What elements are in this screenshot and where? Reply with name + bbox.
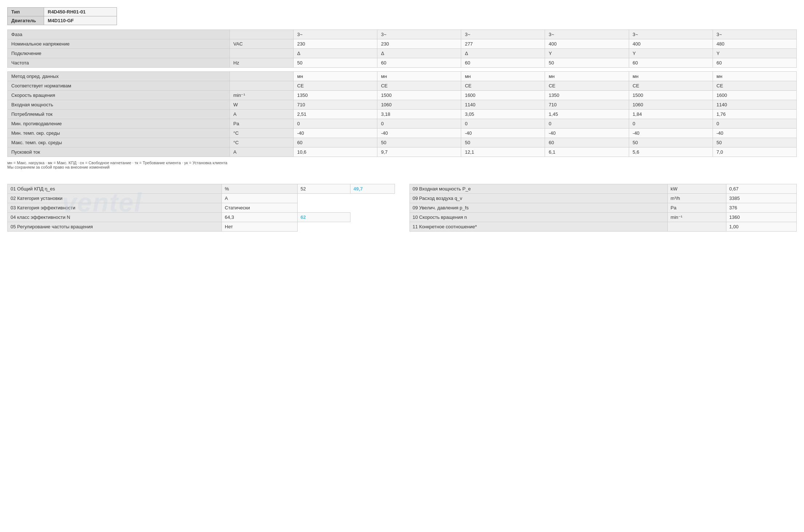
- data-cell: Δ: [293, 49, 377, 58]
- data-cell: 1500: [629, 91, 713, 100]
- data-cell: 0: [377, 119, 461, 129]
- data-cell: мн: [545, 72, 629, 81]
- bottom-right-row: 09 Увелич. давления p_fsPa376: [409, 203, 797, 213]
- bottom-left-row: 02 Категория установкиA: [8, 194, 395, 203]
- data-cell: Y: [713, 49, 796, 58]
- bottom-left-label: 02 Категория установки: [8, 194, 222, 203]
- data-cell: 0: [629, 119, 713, 129]
- data-cell: 60: [461, 58, 545, 68]
- data-cell: 1,76: [713, 110, 796, 119]
- type-value: R4D450-RH01-01: [44, 8, 117, 16]
- data-cell: 3~: [293, 30, 377, 39]
- data-cell: Y: [545, 49, 629, 58]
- bottom-right-val1: 0,67: [726, 184, 796, 194]
- data-cell: 9,7: [377, 147, 461, 157]
- row-unit: W: [230, 100, 293, 110]
- data-cell: мн: [629, 72, 713, 81]
- bottom-right-table: 09 Входная мощность P_ekW0,6709 Расход в…: [409, 184, 797, 232]
- data-cell: 0: [545, 119, 629, 129]
- footnotes: мн = Макс. нагрузка · мк = Макс. КПД · с…: [7, 161, 797, 169]
- data-cell: 1600: [713, 91, 796, 100]
- row-label: Скорость вращения: [8, 91, 230, 100]
- data-cell: CE: [629, 81, 713, 91]
- data-cell: 6,1: [545, 147, 629, 157]
- data-cell: 400: [629, 39, 713, 49]
- table-row: Мин. темп. окр. среды°C-40-40-40-40-40-4…: [8, 129, 797, 138]
- data-cell: Δ: [377, 49, 461, 58]
- data-cell: 3~: [377, 30, 461, 39]
- data-cell: 10,6: [293, 147, 377, 157]
- data-cell: 1350: [545, 91, 629, 100]
- row-unit: Hz: [230, 58, 293, 68]
- data-cell: 5,6: [629, 147, 713, 157]
- bottom-left-label: 04 класс эффективности N: [8, 213, 222, 222]
- bottom-right: 09 Входная мощность P_ekW0,6709 Расход в…: [409, 184, 797, 232]
- data-cell: 50: [293, 58, 377, 68]
- bottom-right-row: 09 Расход воздуха q_vm³/h3385: [409, 194, 797, 203]
- data-cell: 50: [377, 138, 461, 147]
- type-label: Тип: [8, 8, 44, 16]
- data-cell: 1060: [377, 100, 461, 110]
- bottom-right-unit: Pa: [667, 203, 726, 213]
- data-cell: 230: [293, 39, 377, 49]
- bottom-left-val1: A: [222, 194, 298, 203]
- data-cell: 3,18: [377, 110, 461, 119]
- data-cell: мн: [713, 72, 796, 81]
- bottom-right-unit: kW: [667, 184, 726, 194]
- data-cell: 710: [545, 100, 629, 110]
- table-row: Фаза3~3~3~3~3~3~: [8, 30, 797, 39]
- bottom-left-val1: Статически: [222, 203, 298, 213]
- data-cell: 1140: [461, 100, 545, 110]
- data-cell: 50: [461, 138, 545, 147]
- data-cell: 277: [461, 39, 545, 49]
- bottom-left-val1: 64,3: [222, 213, 298, 222]
- data-cell: -40: [377, 129, 461, 138]
- table-row: Входная мощностьW7101060114071010601140: [8, 100, 797, 110]
- data-cell: 1600: [461, 91, 545, 100]
- row-label: Метод опред. данных: [8, 72, 230, 81]
- data-cell: 1500: [377, 91, 461, 100]
- data-cell: 1140: [713, 100, 796, 110]
- row-unit: [230, 81, 293, 91]
- table-row: Макс. темп. окр. среды°C605050605050: [8, 138, 797, 147]
- row-label: Частота: [8, 58, 230, 68]
- row-unit: min⁻¹: [230, 91, 293, 100]
- data-cell: мн: [461, 72, 545, 81]
- data-cell: 1,45: [545, 110, 629, 119]
- table-row: Соответствует нормативамCECECECECECE: [8, 81, 797, 91]
- bottom-right-unit: [667, 222, 726, 232]
- data-cell: Y: [629, 49, 713, 58]
- data-cell: 3~: [461, 30, 545, 39]
- bottom-right-val1: 376: [726, 203, 796, 213]
- data-cell: 3~: [629, 30, 713, 39]
- bottom-left-label: 05 Регулирование частоты вращения: [8, 222, 222, 232]
- motor-label: Двигатель: [8, 16, 44, 25]
- bottom-right-label: 09 Входная мощность P_e: [409, 184, 667, 194]
- row-unit: °C: [230, 138, 293, 147]
- row-label: Соответствует нормативам: [8, 81, 230, 91]
- main-data-table: Фаза3~3~3~3~3~3~Номинальное напряжениеVA…: [7, 29, 797, 157]
- data-cell: 12,1: [461, 147, 545, 157]
- row-label: Номинальное напряжение: [8, 39, 230, 49]
- data-cell: CE: [545, 81, 629, 91]
- data-cell: 7,0: [713, 147, 796, 157]
- data-cell: 60: [293, 138, 377, 147]
- data-cell: 60: [377, 58, 461, 68]
- bottom-right-label: 09 Расход воздуха q_v: [409, 194, 667, 203]
- data-cell: 230: [377, 39, 461, 49]
- data-cell: 60: [713, 58, 796, 68]
- data-cell: -40: [629, 129, 713, 138]
- bottom-right-val1: 3385: [726, 194, 796, 203]
- bottom-left-unit: %: [222, 184, 298, 194]
- row-unit: A: [230, 110, 293, 119]
- data-cell: 0: [713, 119, 796, 129]
- data-cell: 50: [629, 138, 713, 147]
- bottom-section: ventel 01 Общий КПД η_es%5249,702 Катего…: [7, 184, 797, 232]
- row-unit: Pa: [230, 119, 293, 129]
- row-label: Фаза: [8, 30, 230, 39]
- table-row: Мин. противодавлениеPa000000: [8, 119, 797, 129]
- bottom-right-label: 11 Конкретное соотношение*: [409, 222, 667, 232]
- bottom-right-row: 10 Скорость вращения nmin⁻¹1360: [409, 213, 797, 222]
- bottom-right-row: 09 Входная мощность P_ekW0,67: [409, 184, 797, 194]
- table-row: Потребляемый токA2,513,183,051,451,841,7…: [8, 110, 797, 119]
